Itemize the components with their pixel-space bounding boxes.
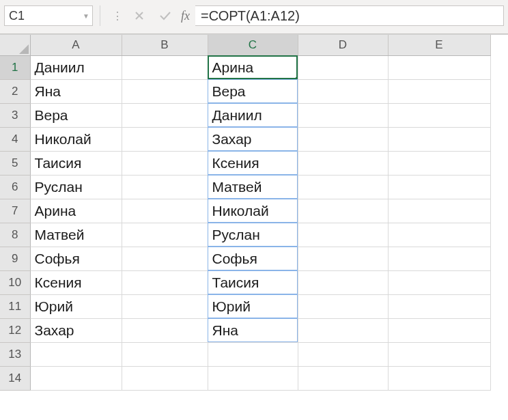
row-header-9[interactable]: 9: [0, 247, 30, 270]
col-header-C[interactable]: C: [208, 35, 298, 55]
row-header-14[interactable]: 14: [0, 366, 30, 390]
cell-B8[interactable]: [122, 223, 208, 247]
cell-D2[interactable]: [298, 79, 388, 103]
formula-input[interactable]: =СОРТ(A1:A12): [195, 5, 504, 26]
spreadsheet-grid[interactable]: ABCDE1ДаниилАрина2ЯнаВера3ВераДаниил4Ник…: [0, 35, 508, 391]
cell-D12[interactable]: [298, 318, 388, 342]
cell-E7[interactable]: [388, 199, 490, 223]
cell-D8[interactable]: [298, 223, 388, 247]
select-all-corner[interactable]: [0, 35, 30, 55]
cell-A9[interactable]: Софья: [30, 247, 122, 270]
cell-C2[interactable]: Вера: [208, 79, 298, 103]
col-header-E[interactable]: E: [388, 35, 490, 55]
cell-D3[interactable]: [298, 103, 388, 127]
cell-B2[interactable]: [122, 79, 208, 103]
cell-B3[interactable]: [122, 103, 208, 127]
cell-E11[interactable]: [388, 294, 490, 318]
fill-handle[interactable]: [296, 77, 298, 80]
cell-C4[interactable]: Захар: [208, 127, 298, 151]
cell-D13[interactable]: [298, 342, 388, 366]
row-header-7[interactable]: 7: [0, 199, 30, 223]
row-header-13[interactable]: 13: [0, 342, 30, 366]
row-header-4[interactable]: 4: [0, 127, 30, 151]
name-box[interactable]: C1 ▼: [4, 5, 93, 26]
row-header-1[interactable]: 1: [0, 55, 30, 79]
row-header-6[interactable]: 6: [0, 175, 30, 199]
cell-C5[interactable]: Ксения: [208, 151, 298, 175]
cell-B14[interactable]: [122, 366, 208, 390]
cell-E9[interactable]: [388, 247, 490, 270]
enter-button[interactable]: [152, 5, 178, 26]
cell-E1[interactable]: [388, 55, 490, 79]
cell-A2[interactable]: Яна: [30, 79, 122, 103]
cell-C13[interactable]: [208, 342, 298, 366]
cell-B9[interactable]: [122, 247, 208, 270]
cell-D10[interactable]: [298, 270, 388, 294]
cell-C9[interactable]: Софья: [208, 247, 298, 270]
cell-D4[interactable]: [298, 127, 388, 151]
cell-E14[interactable]: [388, 366, 490, 390]
cell-E13[interactable]: [388, 342, 490, 366]
row-header-5[interactable]: 5: [0, 151, 30, 175]
cell-C1[interactable]: Арина: [208, 55, 298, 79]
name-box-dropdown-icon[interactable]: ▼: [83, 12, 89, 20]
cell-B5[interactable]: [122, 151, 208, 175]
cell-A3[interactable]: Вера: [30, 103, 122, 127]
cell-C8[interactable]: Руслан: [208, 223, 298, 247]
cell-A1[interactable]: Даниил: [30, 55, 122, 79]
cell-B1[interactable]: [122, 55, 208, 79]
cell-A8[interactable]: Матвей: [30, 223, 122, 247]
row-header-10[interactable]: 10: [0, 270, 30, 294]
cell-B12[interactable]: [122, 318, 208, 342]
cell-A4[interactable]: Николай: [30, 127, 122, 151]
cell-C10[interactable]: Таисия: [208, 270, 298, 294]
cell-A14[interactable]: [30, 366, 122, 390]
formula-value: =СОРТ(A1:A12): [201, 8, 300, 24]
cell-C11[interactable]: Юрий: [208, 294, 298, 318]
cell-D5[interactable]: [298, 151, 388, 175]
fx-label[interactable]: fx: [181, 9, 190, 23]
cell-B4[interactable]: [122, 127, 208, 151]
cell-B11[interactable]: [122, 294, 208, 318]
cell-E6[interactable]: [388, 175, 490, 199]
cell-C12[interactable]: Яна: [208, 318, 298, 342]
cell-B6[interactable]: [122, 175, 208, 199]
cell-C7[interactable]: Николай: [208, 199, 298, 223]
cell-A5[interactable]: Таисия: [30, 151, 122, 175]
row-header-11[interactable]: 11: [0, 294, 30, 318]
cell-B10[interactable]: [122, 270, 208, 294]
cell-D1[interactable]: [298, 55, 388, 79]
cell-B7[interactable]: [122, 199, 208, 223]
cell-E8[interactable]: [388, 223, 490, 247]
formula-bar-expand[interactable]: ⋮: [113, 5, 121, 26]
cell-E2[interactable]: [388, 79, 490, 103]
cancel-button[interactable]: [126, 5, 152, 26]
cell-C14[interactable]: [208, 366, 298, 390]
cell-A12[interactable]: Захар: [30, 318, 122, 342]
row-header-2[interactable]: 2: [0, 79, 30, 103]
cell-B13[interactable]: [122, 342, 208, 366]
col-header-D[interactable]: D: [298, 35, 388, 55]
cell-E10[interactable]: [388, 270, 490, 294]
cell-A6[interactable]: Руслан: [30, 175, 122, 199]
cell-E3[interactable]: [388, 103, 490, 127]
row-header-3[interactable]: 3: [0, 103, 30, 127]
cell-E4[interactable]: [388, 127, 490, 151]
cell-A7[interactable]: Арина: [30, 199, 122, 223]
cell-E12[interactable]: [388, 318, 490, 342]
cell-A10[interactable]: Ксения: [30, 270, 122, 294]
cell-C3[interactable]: Даниил: [208, 103, 298, 127]
cell-E5[interactable]: [388, 151, 490, 175]
col-header-B[interactable]: B: [122, 35, 208, 55]
cell-D9[interactable]: [298, 247, 388, 270]
cell-D14[interactable]: [298, 366, 388, 390]
row-header-8[interactable]: 8: [0, 223, 30, 247]
cell-A11[interactable]: Юрий: [30, 294, 122, 318]
row-header-12[interactable]: 12: [0, 318, 30, 342]
cell-D7[interactable]: [298, 199, 388, 223]
cell-A13[interactable]: [30, 342, 122, 366]
cell-D6[interactable]: [298, 175, 388, 199]
col-header-A[interactable]: A: [30, 35, 122, 55]
cell-D11[interactable]: [298, 294, 388, 318]
cell-C6[interactable]: Матвей: [208, 175, 298, 199]
